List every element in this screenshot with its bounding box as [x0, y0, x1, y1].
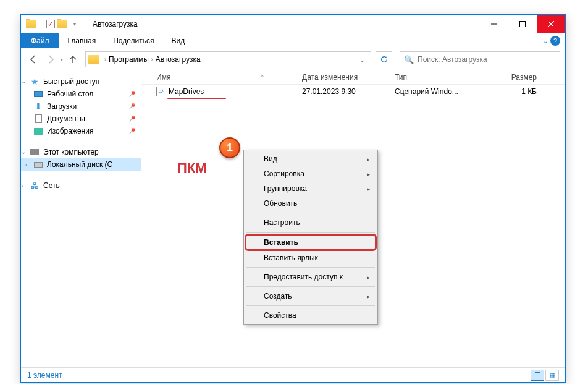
file-tab[interactable]: Файл: [21, 33, 59, 48]
separator: [246, 213, 375, 213]
ctx-item-customize[interactable]: Настроить: [245, 215, 376, 230]
tab-share[interactable]: Поделиться: [104, 33, 162, 48]
column-header-size[interactable]: Размер: [487, 73, 549, 82]
separator: [246, 286, 375, 287]
ctx-item-give-access[interactable]: Предоставить доступ к: [245, 270, 376, 284]
pin-icon: 📍: [125, 125, 137, 137]
sidebar-item-this-pc[interactable]: Этот компьютер: [21, 146, 141, 158]
star-icon: ★: [30, 77, 40, 87]
ctx-item-create[interactable]: Создать: [245, 289, 376, 304]
pictures-icon: [33, 126, 43, 136]
annotation-underline: [167, 98, 226, 99]
pin-icon: 📍: [125, 100, 137, 112]
properties-qat-icon[interactable]: ✓: [46, 20, 55, 28]
sidebar-item-label: Локальный диск (C: [47, 160, 112, 169]
ctx-item-properties[interactable]: Свойства: [245, 308, 376, 323]
back-button[interactable]: [26, 52, 41, 67]
sidebar-item-downloads[interactable]: ⬇ Загрузки 📍: [21, 100, 141, 113]
chevron-right-icon[interactable]: ›: [151, 56, 153, 62]
details-view-button[interactable]: ☰: [531, 370, 544, 381]
chevron-right-icon[interactable]: ›: [104, 56, 106, 62]
annotation-badge-1: 1: [219, 137, 240, 158]
annotation-label-pkm: ПКМ: [177, 160, 207, 176]
sidebar-item-label: Быстрый доступ: [43, 77, 99, 86]
pc-icon: [30, 147, 40, 157]
new-folder-qat-icon[interactable]: [57, 20, 67, 28]
thumbnails-view-button[interactable]: ▦: [545, 370, 559, 381]
separator: [41, 19, 41, 30]
item-count: 1 элемент: [27, 371, 62, 380]
maximize-button[interactable]: [508, 15, 537, 33]
navigation-pane: ★ Быстрый доступ Рабочий стол 📍 ⬇ Загруз…: [21, 70, 141, 367]
breadcrumb-item[interactable]: Программы: [109, 55, 149, 64]
sidebar-item-network[interactable]: 🖧 Сеть: [21, 179, 141, 192]
downloads-icon: ⬇: [33, 101, 43, 111]
sidebar-item-label: Документы: [47, 114, 85, 123]
ctx-item-sort[interactable]: Сортировка: [245, 166, 376, 181]
status-bar: 1 элемент ☰ ▦: [21, 367, 565, 382]
drive-icon: [33, 160, 43, 169]
ctx-item-view[interactable]: Вид: [245, 151, 376, 166]
sidebar-item-pictures[interactable]: Изображения 📍: [21, 125, 141, 137]
breadcrumb-item[interactable]: Автозагрузка: [156, 55, 201, 64]
ctx-item-group[interactable]: Группировка: [245, 181, 376, 196]
documents-icon: [33, 114, 43, 124]
minimize-button[interactable]: [480, 15, 508, 33]
file-name: MapDrives: [169, 87, 204, 96]
separator: [246, 305, 375, 306]
network-icon: 🖧: [30, 181, 40, 190]
sidebar-item-desktop[interactable]: Рабочий стол 📍: [21, 88, 141, 100]
sidebar-item-quick-access[interactable]: ★ Быстрый доступ: [21, 75, 141, 88]
sidebar-item-label: Рабочий стол: [47, 90, 93, 98]
search-box[interactable]: 🔍: [400, 51, 560, 67]
window-title: Автозагрузка: [93, 20, 138, 28]
refresh-button[interactable]: [376, 51, 392, 67]
svg-rect-1: [520, 22, 526, 27]
ribbon: Файл Главная Поделиться Вид ⌄ ?: [21, 33, 565, 48]
sidebar-item-documents[interactable]: Документы 📍: [21, 113, 141, 125]
folder-icon: [88, 55, 99, 64]
sidebar-item-label: Сеть: [43, 181, 60, 190]
up-button[interactable]: [65, 52, 80, 67]
tab-view[interactable]: Вид: [162, 33, 193, 48]
folder-icon: [26, 20, 36, 28]
ctx-item-paste[interactable]: Вставить: [245, 234, 377, 251]
search-icon: 🔍: [404, 55, 414, 64]
pin-icon: 📍: [125, 88, 137, 100]
desktop-icon: [33, 89, 43, 99]
file-row[interactable]: 𝒮 MapDrives 27.01.2023 9:30 Сценарий Win…: [141, 85, 565, 98]
search-input[interactable]: [418, 55, 556, 64]
close-button[interactable]: [537, 15, 565, 33]
tab-home[interactable]: Главная: [59, 33, 105, 48]
address-dropdown-icon[interactable]: ⌄: [356, 56, 368, 63]
address-bar[interactable]: › Программы › Автозагрузка ⌄: [85, 51, 371, 67]
ctx-item-paste-shortcut[interactable]: Вставить ярлык: [245, 250, 376, 265]
column-headers: Имя⌃ Дата изменения Тип Размер: [141, 70, 565, 85]
ctx-item-refresh[interactable]: Обновить: [245, 196, 376, 211]
help-icon[interactable]: ?: [550, 36, 560, 46]
pin-icon: 📍: [125, 113, 137, 124]
explorer-window: ✓ ▾ Автозагрузка Файл Главная Поделиться…: [20, 14, 566, 383]
sidebar-item-label: Изображения: [47, 127, 93, 135]
forward-button[interactable]: [43, 52, 58, 67]
quick-access-toolbar: ✓ ▾: [26, 19, 88, 30]
sidebar-item-label: Загрузки: [47, 102, 77, 111]
file-size: 1 КБ: [487, 87, 549, 96]
breadcrumb: › Программы › Автозагрузка: [102, 55, 201, 64]
ribbon-expand-button[interactable]: ⌄ ?: [543, 33, 560, 48]
sort-indicator-icon: ⌃: [260, 74, 265, 80]
column-header-date[interactable]: Дата изменения: [302, 73, 395, 82]
sidebar-item-label: Этот компьютер: [43, 148, 99, 156]
column-header-type[interactable]: Тип: [395, 73, 487, 82]
file-type: Сценарий Windo...: [395, 87, 487, 96]
qat-dropdown-icon[interactable]: ▾: [70, 19, 80, 29]
context-menu: Вид Сортировка Группировка Обновить Наст…: [243, 150, 378, 325]
titlebar: ✓ ▾ Автозагрузка: [21, 15, 565, 33]
script-file-icon: 𝒮: [156, 87, 166, 96]
separator: [246, 232, 375, 233]
navigation-bar: ▾ › Программы › Автозагрузка ⌄ 🔍: [21, 48, 565, 70]
sidebar-item-local-disk[interactable]: Локальный диск (C: [21, 158, 141, 171]
history-dropdown-icon[interactable]: ▾: [61, 57, 63, 62]
column-header-name[interactable]: Имя⌃: [141, 73, 302, 82]
separator: [246, 267, 375, 268]
